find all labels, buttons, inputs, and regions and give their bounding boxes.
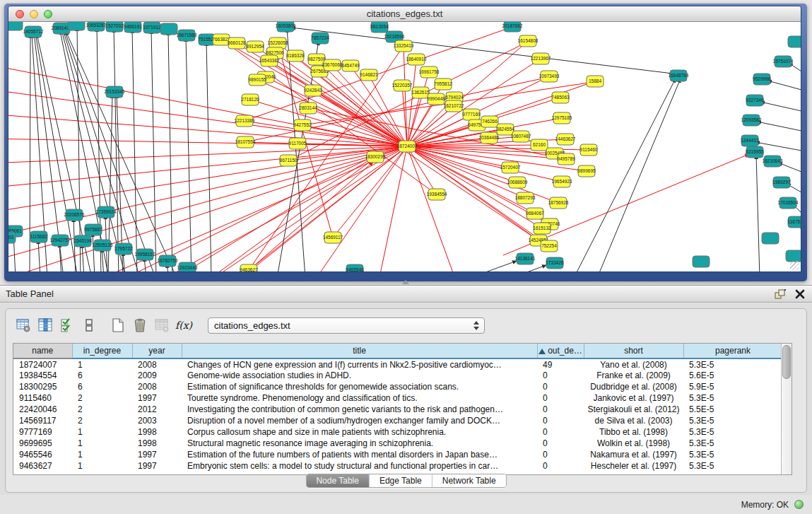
graph-edge[interactable] <box>168 31 172 271</box>
table-cell[interactable]: 2 <box>72 415 132 426</box>
graph-node[interactable] <box>580 144 597 156</box>
row-height-button[interactable] <box>80 317 98 334</box>
graph-node[interactable] <box>509 177 526 188</box>
table-cell[interactable]: Tourette syndrome. Phenomenology and cla… <box>182 392 537 404</box>
tab-node-table[interactable]: Node Table <box>306 474 370 487</box>
table-cell[interactable]: 0 <box>537 460 584 472</box>
graph-node[interactable] <box>746 95 763 106</box>
table-cell[interactable]: 5.3E-5 <box>683 460 781 472</box>
graph-node[interactable] <box>541 71 558 82</box>
table-row[interactable]: 977716911998Corpus callosum shape and si… <box>13 426 781 438</box>
graph-edge[interactable] <box>220 146 407 271</box>
graph-node[interactable] <box>106 22 123 32</box>
graph-node[interactable] <box>280 155 297 166</box>
column-header-out_de[interactable]: out_de… <box>537 344 584 358</box>
table-row[interactable]: 946362711997Embryonic stem cells: a mode… <box>13 460 781 472</box>
select-mode-button[interactable] <box>58 317 76 334</box>
graph-node[interactable] <box>159 255 176 267</box>
table-cell[interactable]: 1997 <box>132 392 182 404</box>
table-cell[interactable]: 9777169 <box>13 426 72 438</box>
table-options-button[interactable] <box>14 317 33 334</box>
graph-node[interactable] <box>85 224 102 235</box>
table-select-dropdown[interactable]: citations_edges.txt <box>208 317 485 334</box>
function-builder-button[interactable]: f(x) <box>175 317 193 334</box>
graph-node[interactable] <box>786 250 801 262</box>
table-row[interactable]: 1456911722003Disruption of a novel membe… <box>13 415 781 426</box>
graph-node[interactable] <box>517 192 534 204</box>
graph-edge[interactable] <box>8 146 407 271</box>
graph-edge[interactable] <box>82 244 84 271</box>
table-cell[interactable]: de Silva et al. (2003) <box>584 415 683 426</box>
table-cell[interactable]: 0 <box>537 404 584 415</box>
table-row[interactable]: 969969511998Structural magnetic resonanc… <box>13 438 781 449</box>
graph-node[interactable] <box>753 74 770 85</box>
table-cell[interactable]: Embryonic stem cells: a model to study s… <box>182 460 537 472</box>
graph-node[interactable] <box>179 262 196 271</box>
table-cell[interactable]: 5.6E-5 <box>683 370 781 381</box>
graph-node[interactable] <box>240 264 257 271</box>
table-cell[interactable]: 2008 <box>132 358 182 370</box>
graph-edge[interactable] <box>8 146 407 213</box>
table-cell[interactable]: Corpus callosum shape and size in male p… <box>182 426 537 438</box>
table-cell[interactable]: 5.3E-5 <box>683 415 781 426</box>
table-cell[interactable]: 5.3E-5 <box>683 426 781 438</box>
graph-node[interactable] <box>287 50 304 62</box>
graph-node[interactable] <box>346 264 363 271</box>
table-cell[interactable]: 1 <box>72 449 132 460</box>
graph-node[interactable] <box>8 232 16 243</box>
table-cell[interactable]: 5.3E-5 <box>683 358 781 370</box>
graph-node[interactable] <box>143 22 160 33</box>
graph-edge[interactable] <box>151 30 156 271</box>
graph-node[interactable] <box>277 22 294 32</box>
graph-node[interactable] <box>481 116 498 127</box>
graph-node[interactable] <box>779 197 796 209</box>
graph-node[interactable] <box>743 115 760 126</box>
graph-node[interactable] <box>532 53 549 64</box>
table-cell[interactable]: 6 <box>72 370 132 381</box>
graph-node[interactable] <box>371 22 388 33</box>
graph-edge[interactable] <box>194 160 372 271</box>
table-cell[interactable]: 2012 <box>132 404 182 415</box>
graph-node[interactable] <box>670 70 687 81</box>
delete-table-button[interactable] <box>153 317 171 334</box>
table-cell[interactable]: 0 <box>537 438 584 449</box>
graph-node[interactable] <box>294 119 311 131</box>
graph-node[interactable] <box>367 151 384 163</box>
table-cell[interactable]: 5.5E-5 <box>683 404 781 415</box>
table-cell[interactable]: 5.3E-5 <box>683 449 781 460</box>
table-cell[interactable]: Jankovic et al. (1997) <box>584 392 683 404</box>
graph-node[interactable] <box>88 22 105 31</box>
table-cell[interactable]: 19384554 <box>13 370 72 381</box>
table-row[interactable]: 1830029562008Estimation of significance … <box>13 381 781 392</box>
graph-node[interactable] <box>550 197 567 209</box>
column-header-title[interactable]: title <box>182 344 537 358</box>
table-cell[interactable]: 49 <box>537 358 584 370</box>
table-cell[interactable]: 1 <box>72 438 132 449</box>
graph-node[interactable] <box>66 209 83 221</box>
graph-edge[interactable] <box>8 139 407 146</box>
graph-node[interactable] <box>247 41 264 52</box>
table-cell[interactable]: 9699695 <box>13 438 72 449</box>
graph-edge[interactable] <box>192 149 404 271</box>
table-cell[interactable]: Nakamura et al. (1997) <box>584 449 683 460</box>
graph-node[interactable] <box>587 76 604 87</box>
graph-node[interactable] <box>788 216 801 228</box>
graph-node[interactable] <box>25 26 42 37</box>
table-cell[interactable]: 1 <box>72 426 132 438</box>
graph-edge[interactable] <box>8 146 407 188</box>
close-panel-icon[interactable] <box>794 288 806 300</box>
column-header-name[interactable]: name <box>13 344 72 358</box>
graph-edge[interactable] <box>404 46 407 146</box>
table-cell[interactable]: 1998 <box>132 438 182 449</box>
table-cell[interactable]: 2009 <box>132 370 182 381</box>
column-header-year[interactable]: year <box>132 344 182 358</box>
table-cell[interactable]: 2008 <box>132 381 182 392</box>
table-row[interactable]: 1872400712008Changes of HCN gene express… <box>13 358 781 370</box>
graph-node[interactable] <box>412 87 429 98</box>
graph-node[interactable] <box>98 206 114 218</box>
graph-edge[interactable] <box>186 37 192 271</box>
table-cell[interactable]: 18724007 <box>13 358 72 370</box>
column-header-pagerank[interactable]: pagerank <box>683 344 781 358</box>
graph-node[interactable] <box>481 132 498 144</box>
delete-entries-button[interactable] <box>131 317 149 334</box>
